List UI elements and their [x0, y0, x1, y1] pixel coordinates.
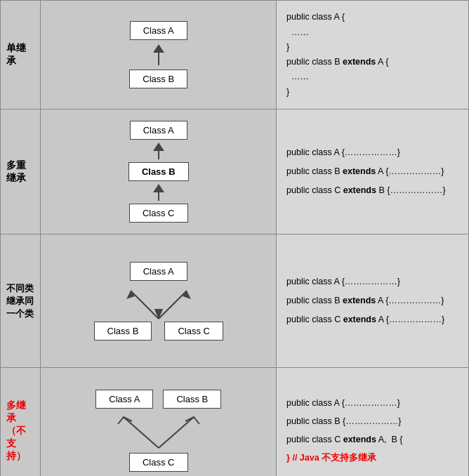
class-box-c2: Class C	[129, 204, 188, 223]
class-box-a2: Class A	[130, 121, 187, 140]
class-box-a4: Class A	[95, 390, 153, 409]
code-line: public class C extends A, B {	[286, 432, 458, 447]
code-line: public class A {………………}	[286, 275, 458, 289]
code-line: ……	[286, 25, 458, 40]
class-box-b2: Class B	[128, 162, 189, 181]
code-line: public class A {	[286, 10, 458, 25]
code-line: public class B extends A {………………}	[286, 293, 458, 308]
code-diff: public class A {………………} public class B e…	[277, 234, 469, 368]
code-line: ……	[286, 70, 458, 84]
arrows-not-supported	[88, 411, 229, 450]
code-line: public class A {………………}	[286, 145, 458, 160]
arrows-diff	[103, 284, 215, 319]
code-line: public class C extends A {………………}	[286, 312, 458, 327]
label-not-supported: 多继承（不支持）	[1, 368, 41, 477]
svg-marker-5	[183, 291, 191, 299]
code-line: public class C extends B {………………}	[286, 183, 458, 198]
code-line: }	[286, 85, 458, 100]
code-single: public class A { …… } public class B ext…	[277, 1, 469, 110]
label-multi: 多重继承	[1, 110, 41, 234]
svg-line-7	[159, 417, 194, 448]
class-box-b1: Class B	[129, 70, 187, 88]
class-box-b4: Class B	[163, 390, 221, 409]
diagram-diff: Class A Class B Class C	[41, 234, 277, 368]
row-single-inherit: 单继承 Class A Class B public class A { …… …	[1, 1, 469, 110]
svg-marker-3	[154, 309, 163, 319]
row-diff-inherit: 不同类继承同一个类 Class A Class	[1, 234, 469, 368]
svg-line-6	[124, 417, 159, 448]
code-line: public class A {………………}	[286, 396, 458, 411]
diagram-single: Class A Class B	[41, 1, 277, 110]
code-line-red: } // Java 不支持多继承	[286, 451, 458, 465]
class-box-a3: Class A	[130, 262, 187, 281]
class-box-a1: Class A	[130, 21, 187, 40]
label-diff: 不同类继承同一个类	[1, 234, 41, 368]
arrow-single	[153, 44, 164, 65]
code-line: }	[286, 40, 458, 55]
class-box-c3: Class C	[164, 322, 223, 341]
label-red-text: 多继承（不支持）	[6, 399, 26, 461]
class-box-b3: Class B	[94, 322, 152, 341]
svg-line-0	[131, 291, 159, 319]
diagram-multi: Class A Class B Class C	[41, 110, 277, 234]
code-line: public class B extends A {	[286, 55, 458, 70]
svg-line-2	[159, 291, 187, 319]
code-not-supported: public class A {………………} public class B {…	[277, 368, 469, 477]
label-single: 单继承	[1, 1, 41, 110]
row-multi-inherit: 多重继承 Class A Class B Class C public clas…	[1, 110, 469, 234]
class-box-c4: Class C	[129, 453, 188, 472]
code-multi: public class A {………………} public class B e…	[277, 110, 469, 234]
code-line: public class B extends A {………………}	[286, 164, 458, 179]
code-line: public class B {………………}	[286, 414, 458, 429]
diagram-not-supported: Class A Class B Class C	[41, 368, 277, 477]
row-not-supported: 多继承（不支持） Class A Class B	[1, 368, 469, 477]
svg-marker-4	[126, 291, 135, 299]
